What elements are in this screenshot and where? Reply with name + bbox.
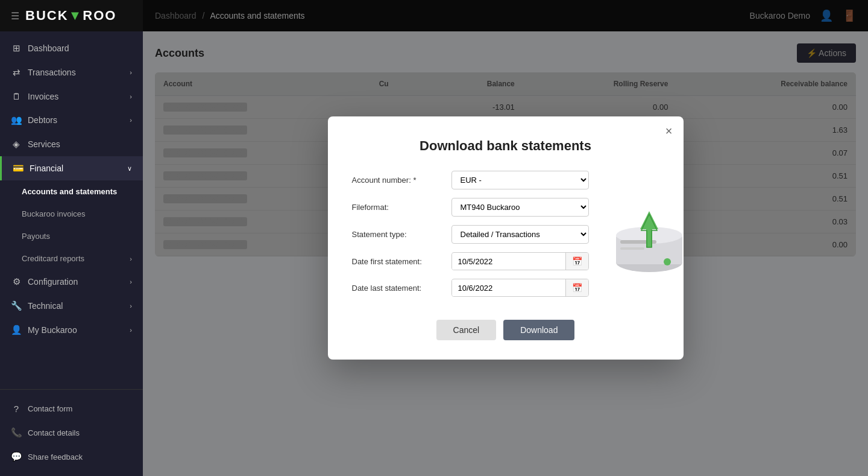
sidebar-item-label: Invoices: [28, 92, 58, 101]
download-illustration-svg: [607, 199, 691, 278]
chevron-down-icon: ∨: [127, 165, 132, 173]
sidebar-item-label: Financial: [30, 163, 63, 173]
date-first-wrapper: 📅: [451, 252, 589, 270]
contact-details-icon: 📞: [11, 427, 22, 438]
calendar-first-icon[interactable]: 📅: [565, 253, 588, 270]
sidebar: ☰ BUCK▼ROO ⊞ Dashboard ⇄ Transactions › …: [0, 0, 143, 476]
modal-body: Account number: * EUR - USD - GBP - File…: [352, 171, 659, 305]
download-bank-statements-modal: × Download bank statements Account numbe…: [328, 116, 684, 360]
sidebar-item-configuration[interactable]: ⚙ Configuration ›: [0, 270, 143, 294]
modal-title: Download bank statements: [352, 138, 659, 154]
sidebar-bottom-label: Contact form: [28, 404, 72, 413]
svg-rect-5: [620, 247, 644, 250]
logo-text: BUCK▼ROO: [25, 8, 116, 24]
sidebar-sub-label: Accounts and statements: [22, 187, 117, 196]
cancel-button[interactable]: Cancel: [436, 320, 497, 340]
calendar-last-icon[interactable]: 📅: [565, 279, 588, 296]
date-first-row: Date first statement: 📅: [352, 252, 589, 270]
sidebar-item-label: Configuration: [28, 277, 78, 287]
sidebar-sub-buckaroo-invoices[interactable]: Buckaroo invoices: [0, 203, 143, 225]
sidebar-bottom-label: Contact details: [28, 428, 80, 437]
sidebar-item-debtors[interactable]: 👥 Debtors ›: [0, 108, 143, 132]
sidebar-sub-label: Buckaroo invoices: [22, 209, 86, 218]
share-feedback-icon: 💬: [11, 451, 22, 462]
chevron-right-icon: ›: [130, 278, 132, 285]
account-number-select[interactable]: EUR - USD - GBP -: [451, 171, 589, 189]
date-last-row: Date last statement: 📅: [352, 279, 589, 297]
statement-type-row: Statement type: Detailed / Transactions …: [352, 225, 589, 244]
invoices-icon: 🗒: [11, 91, 22, 101]
services-icon: ◈: [11, 139, 22, 150]
date-first-input[interactable]: [452, 253, 565, 270]
fileformat-label: Fileformat:: [352, 203, 445, 212]
chevron-right-icon: ›: [130, 302, 132, 309]
sidebar-sub-payouts[interactable]: Payouts: [0, 225, 143, 247]
sidebar-item-transactions[interactable]: ⇄ Transactions ›: [0, 60, 143, 84]
contact-form-icon: ?: [11, 404, 22, 414]
sidebar-sub-label: Creditcard reports: [22, 254, 84, 263]
dashboard-icon: ⊞: [11, 43, 22, 54]
sidebar-item-label: Debtors: [28, 115, 57, 125]
statement-type-select[interactable]: Detailed / Transactions Summary: [451, 225, 589, 244]
account-number-label: Account number: *: [352, 176, 445, 185]
modal-form: Account number: * EUR - USD - GBP - File…: [352, 171, 589, 305]
debtors-icon: 👥: [11, 115, 22, 125]
sidebar-contact-form[interactable]: ? Contact form: [0, 397, 143, 420]
download-button[interactable]: Download: [503, 320, 574, 340]
logo-area: ☰ BUCK▼ROO: [0, 0, 143, 31]
modal-illustration: [601, 171, 697, 305]
date-last-label: Date last statement:: [352, 284, 445, 293]
sidebar-item-label: Technical: [28, 301, 63, 311]
sidebar-item-services[interactable]: ◈ Services: [0, 132, 143, 156]
sidebar-item-label: Dashboard: [28, 43, 69, 53]
fileformat-select[interactable]: MT940 Buckaroo MT940 Standard CSV: [451, 198, 589, 217]
my-buckaroo-icon: 👤: [11, 325, 22, 335]
configuration-icon: ⚙: [11, 276, 22, 287]
sidebar-contact-details[interactable]: 📞 Contact details: [0, 420, 143, 445]
sidebar-item-technical[interactable]: 🔧 Technical ›: [0, 294, 143, 318]
sidebar-nav: ⊞ Dashboard ⇄ Transactions › 🗒 Invoices …: [0, 31, 143, 389]
chevron-right-icon: ›: [130, 93, 132, 100]
sidebar-sub-accounts-statements[interactable]: Accounts and statements: [0, 180, 143, 203]
sidebar-bottom: ? Contact form 📞 Contact details 💬 Share…: [0, 389, 143, 476]
fileformat-row: Fileformat: MT940 Buckaroo MT940 Standar…: [352, 198, 589, 217]
sidebar-share-feedback[interactable]: 💬 Share feedback: [0, 445, 143, 469]
modal-overlay: × Download bank statements Account numbe…: [143, 0, 868, 476]
statement-type-label: Statement type:: [352, 230, 445, 239]
sidebar-item-label: Transactions: [28, 68, 76, 77]
sidebar-bottom-label: Share feedback: [28, 452, 83, 462]
sidebar-item-label: My Buckaroo: [28, 325, 77, 335]
date-last-wrapper: 📅: [451, 279, 589, 297]
sidebar-item-label: Services: [28, 139, 60, 149]
financial-icon: 💳: [13, 163, 24, 174]
chevron-right-icon: ›: [130, 326, 132, 334]
chevron-right-icon: ›: [130, 116, 132, 124]
technical-icon: 🔧: [11, 300, 22, 311]
sidebar-item-invoices[interactable]: 🗒 Invoices ›: [0, 84, 143, 108]
date-first-label: Date first statement:: [352, 257, 445, 266]
date-last-input[interactable]: [452, 280, 565, 296]
modal-footer: Cancel Download: [352, 320, 659, 340]
transactions-icon: ⇄: [11, 67, 22, 78]
sidebar-item-my-buckaroo[interactable]: 👤 My Buckaroo ›: [0, 318, 143, 342]
sidebar-sub-creditcard-reports[interactable]: Creditcard reports ›: [0, 247, 143, 270]
svg-point-3: [664, 258, 671, 265]
sidebar-item-financial[interactable]: 💳 Financial ∨: [0, 156, 143, 180]
chevron-right-icon: ›: [130, 255, 132, 262]
account-number-row: Account number: * EUR - USD - GBP -: [352, 171, 589, 189]
hamburger-icon[interactable]: ☰: [11, 10, 19, 22]
modal-close-button[interactable]: ×: [665, 125, 673, 137]
chevron-right-icon: ›: [130, 69, 132, 76]
sidebar-sub-label: Payouts: [22, 232, 50, 241]
sidebar-item-dashboard[interactable]: ⊞ Dashboard: [0, 36, 143, 60]
main-area: Dashboard / Accounts and statements Buck…: [143, 0, 868, 476]
